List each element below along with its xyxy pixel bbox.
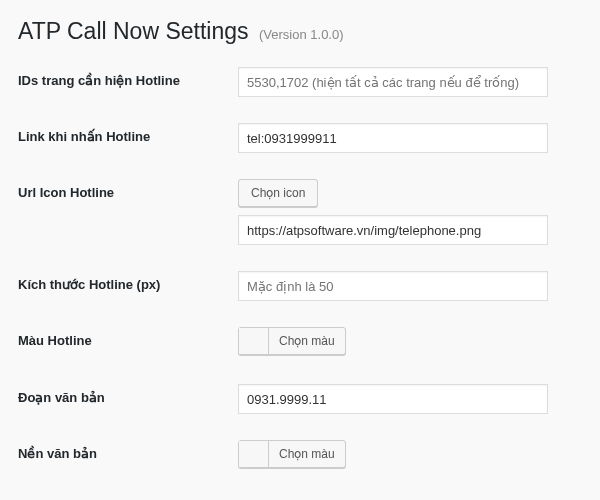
label-size: Kích thước Hotline (px) xyxy=(18,271,238,292)
row-icon: Url Icon Hotline Chọn icon xyxy=(18,179,582,245)
label-text: Đoạn văn bản xyxy=(18,384,238,405)
page-header: ATP Call Now Settings (Version 1.0.0) xyxy=(18,18,582,45)
row-text: Đoạn văn bản xyxy=(18,384,582,414)
input-icon-url[interactable] xyxy=(238,215,548,245)
row-link: Link khi nhấn Hotline xyxy=(18,123,582,153)
color-swatch xyxy=(239,441,269,467)
page-title: ATP Call Now Settings xyxy=(18,18,249,44)
input-text[interactable] xyxy=(238,384,548,414)
label-color: Màu Hotline xyxy=(18,327,238,348)
label-link: Link khi nhấn Hotline xyxy=(18,123,238,144)
row-color: Màu Hotline Chọn màu xyxy=(18,327,582,358)
label-ids: IDs trang cần hiện Hotline xyxy=(18,67,238,88)
input-size[interactable] xyxy=(238,271,548,301)
label-icon: Url Icon Hotline xyxy=(18,179,238,200)
label-textbg: Nền văn bản xyxy=(18,440,238,461)
choose-icon-button[interactable]: Chọn icon xyxy=(238,179,318,207)
color-picker-textbg[interactable]: Chọn màu xyxy=(238,440,346,468)
version-label: (Version 1.0.0) xyxy=(259,27,344,42)
row-size: Kích thước Hotline (px) xyxy=(18,271,582,301)
row-textbg: Nền văn bản Chọn màu xyxy=(18,440,582,471)
color-picker-label: Chọn màu xyxy=(269,441,345,467)
color-swatch xyxy=(239,328,269,354)
row-ids: IDs trang cần hiện Hotline xyxy=(18,67,582,97)
input-ids[interactable] xyxy=(238,67,548,97)
color-picker-hotline[interactable]: Chọn màu xyxy=(238,327,346,355)
input-link[interactable] xyxy=(238,123,548,153)
color-picker-label: Chọn màu xyxy=(269,328,345,354)
